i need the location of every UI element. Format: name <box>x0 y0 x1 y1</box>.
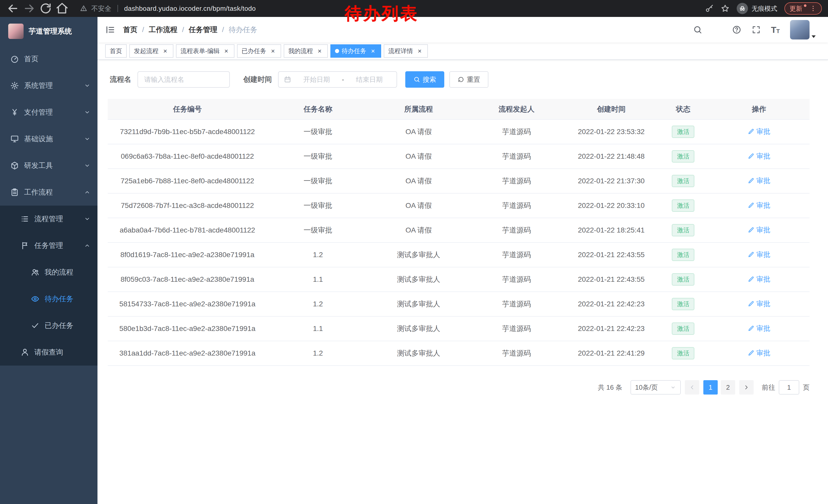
start-date-placeholder: 开始日期 <box>294 75 339 84</box>
approve-label: 审批 <box>756 151 770 161</box>
sidebar-item-label: 基础设施 <box>24 134 53 144</box>
approve-button[interactable]: 审批 <box>748 176 770 185</box>
tab-close-icon[interactable]: × <box>316 47 323 55</box>
sidebar-item[interactable]: 基础设施 <box>0 126 97 152</box>
tab-close-icon[interactable]: × <box>416 47 423 55</box>
cell-action: 审批 <box>708 292 810 316</box>
font-size-icon[interactable]: TT <box>771 26 780 34</box>
tab[interactable]: 待办任务× <box>330 44 381 58</box>
sidebar-item-label: 系统管理 <box>24 81 53 91</box>
sidebar-item[interactable]: 流程管理 <box>0 205 97 232</box>
tab[interactable]: 首页 <box>105 44 127 58</box>
tab-close-icon[interactable]: × <box>269 47 277 55</box>
goto-page-input[interactable] <box>779 380 799 395</box>
process-name-input[interactable] <box>137 71 230 88</box>
tab[interactable]: 流程表单-编辑× <box>176 44 235 58</box>
cell-initiator: 芋道源码 <box>468 267 565 292</box>
tab[interactable]: 发起流程× <box>129 44 173 58</box>
next-page-button[interactable] <box>739 380 754 395</box>
sidebar-toggle-button[interactable] <box>97 17 123 43</box>
page-button[interactable]: 1 <box>703 380 718 395</box>
breadcrumb-item[interactable]: 任务管理 <box>189 25 217 35</box>
date-range-picker[interactable]: 开始日期 - 结束日期 <box>278 71 397 88</box>
search-icon[interactable] <box>693 25 702 34</box>
approve-button[interactable]: 审批 <box>748 201 770 210</box>
breadcrumb: 首页/工作流程/任务管理/待办任务 <box>123 25 257 35</box>
approve-button[interactable]: 审批 <box>748 225 770 235</box>
user-menu[interactable] <box>790 20 816 40</box>
sidebar-item[interactable]: 已办任务 <box>0 312 97 339</box>
key-icon[interactable] <box>705 4 714 13</box>
search-button[interactable]: 搜索 <box>405 71 444 88</box>
cell-process: OA 请假 <box>369 120 469 144</box>
fullscreen-icon[interactable] <box>752 25 761 34</box>
table-row: 8f059c03-7ac8-11ec-a9e2-a2380e71991a1.1测… <box>108 267 810 292</box>
reset-button[interactable]: 重置 <box>449 71 488 88</box>
update-button[interactable]: 更新 <box>784 2 822 15</box>
sidebar-item[interactable]: 我的流程 <box>0 259 97 286</box>
approve-label: 审批 <box>756 299 770 308</box>
sidebar-logo-row[interactable]: 芋道管理系统 <box>0 17 97 46</box>
sidebar-item[interactable]: 任务管理 <box>0 232 97 259</box>
status-badge: 激活 <box>672 347 694 359</box>
pencil-icon <box>748 301 754 307</box>
table-row: 8f0d1619-7ac8-11ec-a9e2-a2380e71991a1.2测… <box>108 242 810 267</box>
page-button[interactable]: 2 <box>721 380 735 395</box>
sidebar-item[interactable]: 待办任务 <box>0 286 97 312</box>
status-badge: 激活 <box>672 224 694 236</box>
reset-icon <box>458 76 464 83</box>
approve-label: 审批 <box>756 349 770 358</box>
goto-label: 前往 <box>762 383 775 392</box>
cell-process: OA 请假 <box>369 169 469 193</box>
table-row: 725a1eb6-7b88-11ec-8ef0-acde48001122一级审批… <box>108 169 810 193</box>
approve-button[interactable]: 审批 <box>748 349 770 358</box>
approve-button[interactable]: 审批 <box>748 275 770 284</box>
prev-page-button[interactable] <box>685 380 699 395</box>
approve-button[interactable]: 审批 <box>748 151 770 161</box>
tab-close-icon[interactable]: × <box>369 47 377 55</box>
github-icon[interactable] <box>713 25 722 34</box>
sidebar-item[interactable]: 首页 <box>0 46 97 72</box>
breadcrumb-separator: / <box>222 26 224 34</box>
tags-view-bar: 首页发起流程×流程表单-编辑×已办任务×我的流程×待办任务×流程详情× <box>97 43 828 60</box>
approve-label: 审批 <box>756 225 770 235</box>
tab[interactable]: 我的流程× <box>284 44 328 58</box>
browser-home-icon[interactable] <box>55 2 69 15</box>
approve-button[interactable]: 审批 <box>748 127 770 136</box>
sidebar-item-label: 支付管理 <box>24 107 53 117</box>
tab[interactable]: 流程详情× <box>384 44 428 58</box>
sidebar-item[interactable]: 支付管理 <box>0 99 97 126</box>
browser-menu-icon[interactable] <box>810 5 817 12</box>
breadcrumb-item[interactable]: 首页 <box>123 25 137 35</box>
tab[interactable]: 已办任务× <box>237 44 281 58</box>
cell-status: 激活 <box>658 193 708 218</box>
tab-label: 待办任务 <box>342 47 366 55</box>
sidebar-item[interactable]: 工作流程 <box>0 179 97 205</box>
browser-refresh-icon[interactable] <box>39 2 52 15</box>
chevron-right-icon <box>743 384 750 391</box>
workflow-icon <box>10 188 19 197</box>
status-badge: 激活 <box>672 249 694 261</box>
reset-button-label: 重置 <box>467 75 480 84</box>
sidebar-item[interactable]: 研发工具 <box>0 152 97 179</box>
bookmark-star-icon[interactable] <box>721 4 730 13</box>
cell-status: 激活 <box>658 341 708 366</box>
browser-forward-icon[interactable] <box>23 2 36 15</box>
approve-label: 审批 <box>756 275 770 284</box>
browser-back-icon[interactable] <box>6 2 19 15</box>
approve-button[interactable]: 审批 <box>748 250 770 259</box>
chevron-down-icon <box>84 136 90 142</box>
cell-task-name: 1.1 <box>267 316 369 341</box>
approve-button[interactable]: 审批 <box>748 324 770 333</box>
cell-created-at: 2022-01-22 23:53:32 <box>565 120 658 144</box>
tab-close-icon[interactable]: × <box>162 47 169 55</box>
approve-button[interactable]: 审批 <box>748 299 770 308</box>
cell-process: OA 请假 <box>369 218 469 242</box>
help-icon[interactable] <box>732 25 741 34</box>
page-size-select[interactable]: 10条/页 <box>630 380 681 395</box>
cell-task-id: 58154733-7ac8-11ec-a9e2-a2380e71991a <box>108 292 267 316</box>
sidebar-item[interactable]: 系统管理 <box>0 72 97 99</box>
tab-close-icon[interactable]: × <box>223 47 230 55</box>
sidebar-item[interactable]: 请假查询 <box>0 339 97 366</box>
breadcrumb-item[interactable]: 工作流程 <box>149 25 177 35</box>
